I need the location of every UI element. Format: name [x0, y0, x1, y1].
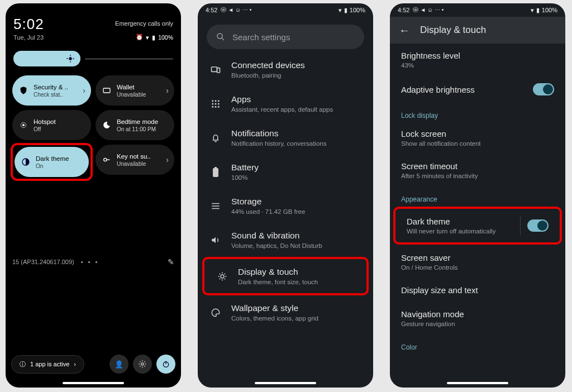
section-appearance: Appearance [390, 187, 565, 205]
svg-point-6 [22, 124, 25, 126]
page-title: Display & touch [420, 25, 486, 36]
row-screen-timeout[interactable]: Screen timeoutAfter 5 minutes of inactiv… [390, 154, 565, 187]
svg-point-26 [218, 106, 220, 107]
qs-tile-bedtime[interactable]: Bedtime modeOn at 11:00 PM [96, 110, 174, 140]
settings-row-apps[interactable]: AppsAssistant, recent apps, default apps [198, 87, 373, 121]
brightness-track[interactable] [85, 58, 173, 60]
battery-percent: 100% [158, 34, 173, 41]
status-time: 4:52 [206, 7, 217, 13]
power-button[interactable] [156, 355, 175, 374]
qs-tile-wallet[interactable]: WalletUnavailable › [96, 75, 174, 106]
qs-tile-key[interactable]: Key not su..Unavailable › [96, 145, 174, 175]
search-settings-input[interactable]: Search settings [207, 25, 364, 49]
info-icon: ⓘ [20, 360, 26, 369]
quick-settings-panel: 5:02 Tue, Jul 23 Emergency calls only ⏰ … [6, 3, 181, 388]
svg-point-19 [215, 100, 217, 102]
svg-point-32 [221, 275, 224, 278]
svg-line-37 [220, 273, 221, 274]
row-brightness-level[interactable]: Brightness level43% [390, 44, 565, 76]
divider [520, 216, 521, 235]
row-lock-screen[interactable]: Lock screenShow all notification content [390, 122, 565, 154]
qs-tile-security[interactable]: Security & ..Check stat.. › [12, 75, 91, 106]
row-navigation-mode[interactable]: Navigation modeGesture navigation [390, 302, 565, 334]
battery-icon [210, 166, 221, 178]
hotspot-icon [19, 121, 28, 130]
chevron-right-icon: › [74, 361, 76, 367]
chevron-right-icon: › [83, 86, 85, 95]
display-settings-list: Brightness level43% Adaptive brightness … [390, 44, 565, 351]
contrast-icon [21, 157, 30, 166]
settings-row-sound[interactable]: Sound & vibrationVolume, haptics, Do Not… [198, 223, 373, 257]
dark-theme-toggle[interactable] [527, 219, 549, 232]
emergency-label: Emergency calls only [115, 20, 173, 27]
svg-line-15 [222, 38, 224, 40]
battery-icon: ▮ [344, 7, 347, 14]
row-adaptive-brightness[interactable]: Adaptive brightness [390, 76, 565, 103]
bedtime-icon [102, 121, 111, 130]
brightness-slider-row [6, 45, 181, 70]
row-dark-theme-highlight: Dark themeWill never turn off automatica… [393, 207, 562, 245]
palette-icon [210, 308, 221, 318]
svg-point-11 [141, 363, 144, 365]
status-bar: 4:52 ⓦ ◄ ☺ ⋯ • ▾ ▮ 100% [198, 3, 373, 17]
qs-bottombar: ⓘ 1 app is active › 👤 [11, 355, 175, 374]
settings-row-wallpaper[interactable]: Wallpaper & styleColors, themed icons, a… [198, 295, 373, 329]
adaptive-brightness-toggle[interactable] [533, 83, 554, 95]
storage-icon [210, 201, 221, 211]
qs-tile-hotspot[interactable]: HotspotOff [12, 110, 91, 140]
wifi-icon: ▾ [339, 7, 342, 14]
brightness-slider[interactable] [13, 51, 80, 66]
wifi-icon: ▾ [531, 7, 534, 14]
section-color: Color [390, 334, 565, 351]
wifi-icon: ▾ [146, 34, 149, 41]
devices-icon [210, 64, 221, 75]
nav-pill[interactable] [255, 382, 316, 384]
svg-point-25 [215, 106, 217, 107]
svg-rect-17 [217, 68, 220, 72]
battery-icon: ▮ [152, 34, 155, 41]
brightness-icon [66, 54, 75, 63]
qs-tile-dark-theme[interactable]: Dark themeOn [15, 147, 89, 177]
user-icon[interactable]: 👤 [109, 355, 128, 374]
apps-icon [210, 99, 221, 109]
nav-pill[interactable] [447, 382, 508, 384]
row-dark-theme[interactable]: Dark themeWill never turn off automatica… [395, 209, 560, 242]
battery-icon: ▮ [536, 7, 540, 14]
display-settings-panel: 4:52 ⓦ ◄ ☺ ⋯ • ▾ ▮ 100% ← Display & touc… [390, 3, 565, 388]
svg-rect-5 [103, 88, 110, 93]
svg-point-22 [215, 103, 217, 104]
power-icon [161, 360, 170, 369]
svg-rect-27 [213, 168, 218, 177]
chevron-right-icon: › [166, 155, 169, 164]
settings-row-storage[interactable]: Storage44% used · 71.42 GB free [198, 189, 373, 223]
settings-row-notifications[interactable]: NotificationsNotification history, conve… [198, 121, 373, 155]
section-lock-display: Lock display [390, 103, 565, 122]
svg-point-20 [218, 100, 220, 102]
status-bar: 4:52 ⓦ ◄ ☺ ⋯ • ▾ ▮ 100% [390, 3, 565, 17]
sound-icon [210, 235, 221, 245]
settings-row-display[interactable]: Display & touchDark theme, font size, to… [204, 259, 366, 293]
gear-icon [138, 360, 147, 369]
svg-point-21 [212, 103, 213, 104]
status-icons: ⏰ ▾ ▮ 100% [136, 34, 173, 41]
alarm-icon: ⏰ [136, 34, 143, 41]
status-time: 4:52 [398, 7, 409, 13]
qs-foot-row: 15 (AP31.240617.009) • • • ✎ [12, 257, 174, 266]
row-screen-saver[interactable]: Screen saverOn / Home Controls [390, 246, 565, 278]
settings-row-display-highlight: Display & touchDark theme, font size, to… [202, 257, 369, 295]
nav-pill[interactable] [63, 382, 124, 384]
svg-point-14 [217, 34, 222, 39]
svg-line-40 [225, 273, 226, 274]
battery-percent: 100% [542, 7, 557, 13]
wallet-icon [102, 86, 111, 95]
edit-icon[interactable]: ✎ [168, 257, 174, 266]
search-icon [216, 32, 226, 42]
settings-row-battery[interactable]: Battery100% [198, 155, 373, 189]
active-apps-chip[interactable]: ⓘ 1 app is active › [11, 355, 84, 374]
settings-row-connected-devices[interactable]: Connected devicesBluetooth, pairing [198, 52, 373, 87]
row-display-size[interactable]: Display size and text [390, 278, 565, 302]
settings-icon[interactable] [133, 355, 152, 374]
back-icon[interactable]: ← [399, 24, 410, 37]
svg-rect-28 [214, 167, 217, 168]
settings-list-panel: 4:52 ⓦ ◄ ☺ ⋯ • ▾ ▮ 100% Search settings … [198, 3, 373, 388]
